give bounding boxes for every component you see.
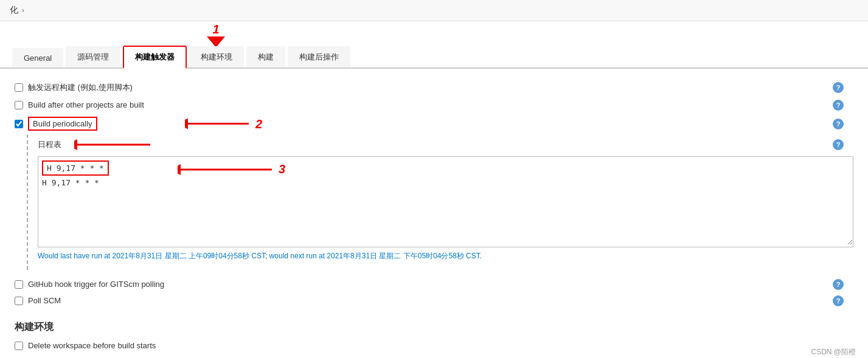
trigger-github-row: GitHub hook trigger for GITScm polling ? (15, 276, 853, 292)
annotation-schedule-arrow-icon (74, 139, 153, 151)
top-bar: 化 › (0, 0, 868, 21)
trigger-after-label: Build after other projects are built (28, 100, 144, 109)
build-env-heading: 构建环境 (15, 314, 853, 337)
trigger-periodically-row: 2 Build periodically ? (15, 113, 853, 134)
trigger-remote-label: 触发远程构建 (例如,使用脚本) (28, 82, 133, 93)
build-env-first-checkbox[interactable] (15, 342, 23, 350)
top-bar-title: 化 (10, 5, 18, 16)
build-env-first-row: Delete workspace before build starts (15, 337, 853, 354)
tab-build[interactable]: 构建 (246, 46, 285, 67)
trigger-github-label: GitHub hook trigger for GITScm polling (28, 280, 164, 289)
page-wrapper: 化 › 1 General 源码管理 构建触发器 构建环境 构建 构建后操作 触… (0, 0, 868, 358)
trigger-after-help-icon[interactable]: ? (833, 100, 844, 111)
annotation-1-container: 1 (207, 22, 225, 47)
dashed-section: 日程表 ? 3 (27, 134, 853, 270)
trigger-periodically-label: Build periodically (33, 119, 92, 128)
build-env-first-label: Delete workspace before build starts (28, 341, 156, 350)
annotation-2-arrow-icon (185, 118, 252, 130)
content-area: 触发远程构建 (例如,使用脚本) ? Build after other pro… (0, 69, 868, 358)
trigger-pollscm-checkbox[interactable] (15, 297, 23, 305)
tab-bar: 1 General 源码管理 构建触发器 构建环境 构建 构建后操作 (0, 21, 868, 69)
annotation-1-number: 1 (212, 22, 219, 36)
csdn-watermark: CSDN @陌橙 (811, 347, 856, 357)
top-bar-arrow: › (22, 6, 24, 15)
trigger-github-checkbox[interactable] (15, 280, 23, 289)
trigger-remote-checkbox[interactable] (15, 83, 23, 92)
trigger-after-row: Build after other projects are built ? (15, 97, 853, 113)
textarea-section: 3 H 9,17 * * * Would last have run at 20… (38, 156, 853, 265)
cron-input-highlighted: H 9,17 * * * (42, 160, 109, 176)
annotation-3-container: 3 (178, 162, 285, 176)
trigger-after-checkbox[interactable] (15, 101, 23, 109)
tab-general[interactable]: General (12, 48, 63, 67)
annotation-3-number: 3 (279, 162, 285, 176)
schedule-label-row: 日程表 ? (38, 137, 853, 153)
tab-post[interactable]: 构建后操作 (288, 46, 350, 67)
cron-value: H 9,17 * * * (47, 164, 104, 173)
schedule-info-text: Would last have run at 2021年8月31日 星期二 上午… (38, 247, 853, 265)
schedule-help-icon[interactable]: ? (833, 139, 844, 150)
annotation-3-arrow-icon (178, 164, 275, 176)
cron-input-area: H 9,17 * * * (38, 157, 853, 178)
trigger-remote-row: 触发远程构建 (例如,使用脚本) ? (15, 78, 853, 97)
tab-trigger[interactable]: 构建触发器 (123, 46, 187, 69)
annotation-2-number: 2 (255, 117, 262, 131)
annotation-2-container: 2 (185, 117, 262, 131)
tab-env[interactable]: 构建环境 (189, 46, 244, 67)
trigger-remote-help-icon[interactable]: ? (833, 82, 844, 93)
schedule-label: 日程表 (38, 139, 61, 150)
schedule-textarea[interactable] (38, 178, 853, 245)
trigger-periodically-help-icon[interactable]: ? (833, 119, 844, 129)
annotation-schedule-arrow-container (74, 139, 153, 151)
trigger-github-help-icon[interactable]: ? (833, 279, 844, 290)
cron-textarea-outer: H 9,17 * * * (38, 156, 853, 247)
trigger-periodically-highlight-box: Build periodically (28, 117, 97, 131)
trigger-pollscm-label: Poll SCM (28, 296, 61, 305)
trigger-pollscm-row: Poll SCM ? (15, 292, 853, 309)
tab-source[interactable]: 源码管理 (66, 46, 120, 67)
trigger-pollscm-help-icon[interactable]: ? (833, 295, 844, 306)
trigger-periodically-checkbox[interactable] (15, 120, 23, 128)
